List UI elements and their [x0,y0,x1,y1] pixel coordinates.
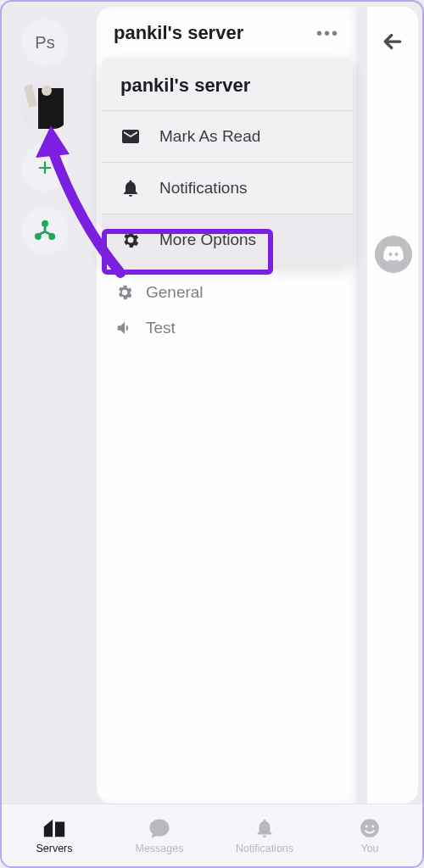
svg-rect-1 [38,88,64,129]
nav-notifications[interactable]: Notifications [212,804,317,866]
menu-more-options-label: More Options [159,231,256,249]
nav-notifications-label: Notifications [236,843,293,854]
svg-point-8 [360,819,379,837]
server-rail: Ps + [6,7,84,804]
plus-icon: + [37,155,53,181]
svg-point-9 [365,825,368,827]
nav-messages-label: Messages [136,843,184,854]
servers-icon [42,816,67,840]
student-hub-button[interactable] [21,207,69,254]
gear-icon [120,230,141,250]
discord-logo-bubble[interactable] [375,236,412,273]
bottom-nav: Servers Messages Notifications You [2,804,422,866]
speaker-icon [115,319,134,337]
nav-you-label: You [360,843,378,854]
add-server-button[interactable]: + [21,144,69,192]
messages-icon [148,816,171,840]
channel-header: pankil's server ••• [97,7,356,59]
menu-mark-as-read-label: Mark As Read [159,127,260,146]
arrow-left-icon [380,29,405,54]
svg-point-10 [371,825,374,827]
menu-more-options[interactable]: More Options [102,214,353,265]
avatar-image [21,81,69,129]
server-title: pankil's server [114,22,243,44]
nav-servers[interactable]: Servers [2,804,107,866]
popup-title: pankil's server [102,58,353,110]
server-context-menu: pankil's server Mark As Read Notificatio… [102,58,353,265]
hub-icon [33,219,57,242]
more-icon[interactable]: ••• [316,24,339,43]
menu-mark-as-read[interactable]: Mark As Read [102,111,353,162]
svg-point-2 [42,86,52,96]
channel-test[interactable]: Test [97,310,356,346]
server-avatar[interactable] [21,81,69,129]
nav-messages[interactable]: Messages [107,804,212,866]
discord-icon [382,243,404,265]
menu-notifications[interactable]: Notifications [102,163,353,214]
channel-general[interactable]: General [97,275,356,310]
channel-test-label: Test [146,319,176,337]
bell-icon [254,816,276,840]
back-button[interactable] [380,29,405,58]
server-initials-badge[interactable]: Ps [21,19,69,66]
smile-icon [359,816,381,840]
nav-servers-label: Servers [36,843,72,854]
gear-icon [115,283,134,302]
nav-you[interactable]: You [317,804,422,866]
server-initials-label: Ps [35,33,54,53]
menu-notifications-label: Notifications [159,179,248,198]
channel-general-label: General [146,283,204,302]
bell-icon [120,178,141,198]
mail-icon [120,126,141,147]
right-panel-stub [367,7,418,804]
